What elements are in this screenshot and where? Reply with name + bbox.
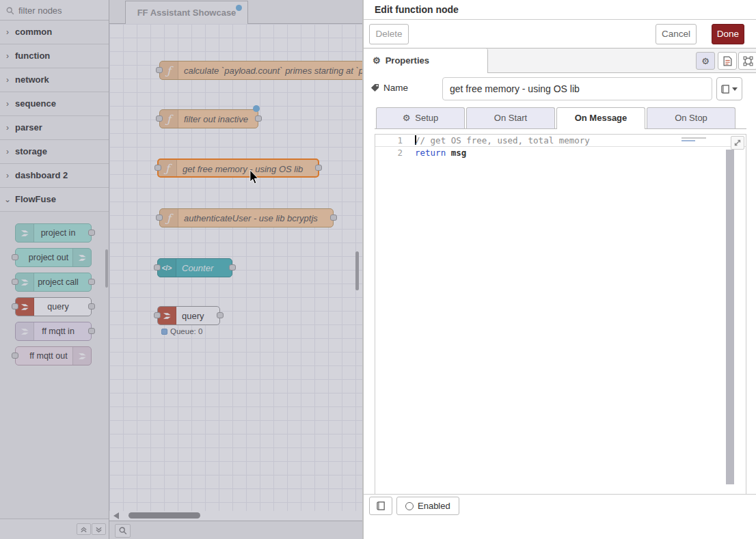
palette-category-sequence[interactable]: ›sequence: [0, 92, 109, 116]
input-port[interactable]: [154, 165, 161, 171]
palette-category-network[interactable]: ›network: [0, 68, 109, 92]
palette-category-storage[interactable]: ›storage: [0, 140, 109, 164]
tab-on-stop[interactable]: On Stop: [647, 107, 735, 128]
output-port[interactable]: [88, 279, 95, 285]
palette-category-dashboard2[interactable]: ›dashboard 2: [0, 164, 109, 188]
collapse-all-button[interactable]: [77, 523, 91, 535]
done-button[interactable]: Done: [712, 24, 744, 44]
enabled-circle-icon: [405, 502, 414, 510]
palette-category-common[interactable]: ›common: [0, 20, 109, 44]
palette-node-project-call[interactable]: project call: [15, 273, 92, 292]
editor-scrollbar[interactable]: [726, 150, 734, 484]
palette-search-input[interactable]: [18, 5, 100, 16]
enabled-toggle-button[interactable]: Enabled: [396, 497, 459, 515]
editor-minimap: [681, 137, 706, 143]
canvas-grid[interactable]: ƒ calculate `payload.count` primes start…: [109, 24, 362, 511]
palette-category-parser[interactable]: ›parser: [0, 116, 109, 140]
output-port[interactable]: [88, 328, 95, 334]
search-icon: [6, 7, 14, 15]
library-footer-button[interactable]: [369, 497, 392, 515]
code-keyword: return: [415, 148, 446, 158]
code-line-2[interactable]: 2return msg: [375, 147, 746, 159]
palette-search[interactable]: [0, 0, 109, 20]
output-port[interactable]: [315, 165, 322, 171]
cancel-button[interactable]: Cancel: [656, 24, 697, 44]
edit-tray: Edit function node Delete Cancel Done ⚙P…: [362, 0, 756, 539]
flow-node-query[interactable]: query: [157, 306, 220, 325]
output-port[interactable]: [88, 303, 95, 309]
delete-button[interactable]: Delete: [369, 24, 409, 44]
flow-node-counter[interactable]: </> Counter: [157, 258, 232, 277]
description-icon-button[interactable]: [718, 52, 737, 70]
category-label: parser: [15, 122, 42, 133]
input-port[interactable]: [12, 279, 18, 285]
palette-category-flowfuse[interactable]: ⌄FlowFuse: [0, 188, 109, 212]
node-label: query: [35, 298, 81, 316]
flow-node-authenticate-user[interactable]: ƒ authenticateUser - use lib bcryptjs: [159, 208, 334, 227]
node-label: ff mqtt in: [35, 322, 81, 341]
expand-all-button[interactable]: [92, 523, 106, 535]
output-port[interactable]: [330, 215, 337, 221]
scroll-left-arrow[interactable]: [113, 512, 119, 519]
name-field-label: Name: [370, 83, 408, 93]
flow-node-filter-out-inactive[interactable]: ƒ filter out inactive: [159, 109, 258, 128]
line-number: 2: [375, 147, 415, 159]
code-editor[interactable]: 1// get OS free, used, total memory 2ret…: [375, 134, 746, 496]
input-port[interactable]: [156, 215, 163, 221]
canvas-vertical-scrollbar[interactable]: [355, 251, 359, 290]
output-port[interactable]: [255, 115, 262, 122]
flowfuse-icon: [16, 322, 34, 340]
input-port[interactable]: [12, 353, 18, 359]
input-port[interactable]: [12, 303, 18, 309]
output-port[interactable]: [229, 264, 236, 271]
node-label: project call: [35, 273, 81, 292]
function-icon: ƒ: [160, 110, 178, 128]
flow-node-calculate-primes[interactable]: ƒ calculate `payload.count` primes start…: [159, 61, 362, 80]
input-port[interactable]: [154, 264, 161, 271]
flow-tab[interactable]: FF Assistant Showcase: [125, 1, 248, 24]
zoom-search-button[interactable]: [115, 524, 131, 538]
flowfuse-icon: [158, 307, 176, 324]
node-changed-dot: [253, 105, 260, 112]
function-icon: ƒ: [159, 160, 177, 176]
code-icon: </>: [158, 259, 176, 277]
tab-on-start[interactable]: On Start: [466, 107, 555, 128]
chevron-right-icon: ›: [0, 44, 15, 68]
tray-title: Edit function node: [364, 0, 756, 20]
appearance-icon-button[interactable]: [738, 52, 756, 70]
chevron-right-icon: ›: [0, 20, 15, 44]
palette-node-ff-mqtt-out[interactable]: ff mqtt out: [15, 346, 92, 365]
input-port[interactable]: [156, 115, 163, 122]
output-port[interactable]: [217, 312, 224, 318]
input-port[interactable]: [156, 67, 163, 73]
tag-icon: [370, 83, 379, 92]
palette-node-query[interactable]: query: [15, 297, 92, 316]
library-button[interactable]: [716, 77, 742, 100]
palette-node-project-out[interactable]: project out: [15, 248, 92, 267]
minimap-line: [681, 140, 695, 141]
category-label: storage: [15, 146, 47, 156]
palette-node-ff-mqtt-in[interactable]: ff mqtt in: [15, 322, 92, 341]
tab-properties[interactable]: ⚙Properties: [364, 49, 488, 73]
input-port[interactable]: [12, 254, 18, 260]
properties-icon-button[interactable]: ⚙: [696, 52, 715, 70]
input-port[interactable]: [154, 312, 161, 318]
category-label: function: [15, 51, 50, 61]
tab-on-message[interactable]: On Message: [556, 107, 645, 129]
palette-category-function[interactable]: ›function: [0, 44, 109, 68]
scroll-thumb[interactable]: [129, 512, 200, 519]
name-input[interactable]: [442, 77, 712, 100]
tab-setup[interactable]: ⚙Setup: [376, 107, 465, 128]
expand-editor-button[interactable]: [731, 136, 744, 150]
flow-canvas[interactable]: FF Assistant Showcase ƒ calculate `paylo…: [109, 0, 362, 539]
canvas-horizontal-scrollbar[interactable]: [109, 511, 362, 521]
output-port[interactable]: [88, 230, 95, 236]
palette-scrollbar[interactable]: [105, 249, 108, 288]
node-status: Queue: 0: [161, 327, 202, 335]
flow-node-get-free-memory[interactable]: ƒ get free memory - using OS lib: [157, 158, 319, 178]
function-icon: ƒ: [160, 209, 178, 227]
node-edit-form: Name ⚙Setup On Start On Message On Stop …: [364, 73, 756, 516]
chevron-right-icon: ›: [0, 164, 15, 187]
status-dot-icon: [161, 329, 167, 335]
palette-node-project-in[interactable]: project in: [15, 223, 92, 243]
